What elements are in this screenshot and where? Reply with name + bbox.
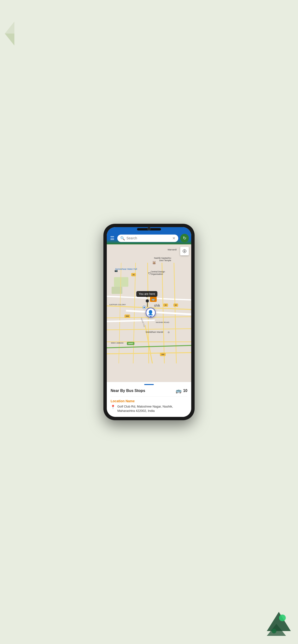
location-section: Location Name 📍 Golf Club Rd, Matoshree … [111,396,187,413]
panel-content: Near By Bus Stops 🚌 10 Location Name 📍 G… [107,386,191,417]
bottom-panel: Near By Bus Stops 🚌 10 Location Name 📍 G… [107,382,191,417]
you-are-here-tooltip: You are here [136,291,158,297]
location-name-label: Location Name [111,399,187,403]
bus-count-icon: 🚌 [176,388,182,394]
location-address-text: Golf Club Rd, Matoshree Nagar, Nashik, M… [117,404,187,413]
drag-handle-area[interactable] [107,382,191,386]
road-badge-ah47: AH47 [127,342,134,345]
road-badge-26: 26 [131,273,136,276]
road-badge-60: 60 [174,304,178,307]
phone-frame: ☰ 🔍 ✕ ↻ [103,224,195,420]
location-pin-marker [146,299,149,307]
refresh-button[interactable]: ↻ [180,234,189,242]
location-pin-icon: 📍 [111,405,115,409]
road-badge-30: 30 [163,304,168,307]
my-location-button[interactable] [180,247,189,256]
bus-marker: 🚌 [150,296,157,302]
drag-handle [144,384,154,385]
svg-marker-0 [267,612,291,631]
location-address-row: 📍 Golf Club Rd, Matoshree Nagar, Nashik,… [111,404,187,413]
svg-point-22 [184,250,185,252]
clear-button[interactable]: ✕ [172,236,175,240]
phone-screen: ☰ 🔍 ✕ ↻ [107,227,191,417]
temple-icon: 🕍 [152,261,156,264]
muktidham-icon: ☸ [168,331,170,334]
svg-point-1 [279,614,286,621]
road-badge-848: 848 [124,314,130,318]
phone-camera [147,227,151,230]
search-input[interactable] [126,236,171,240]
bus-count-section: 🚌 10 [176,388,187,394]
road-badge-160: 160 [160,353,166,356]
panel-title: Near By Bus Stops [111,388,145,393]
svg-point-3 [272,629,276,634]
map-area[interactable]: Warvandi Nashik SaptashruDevi Temple Som… [107,244,191,382]
waterfall-icon: 📷 [114,269,118,272]
central-design-icon: 🛡 [148,272,151,275]
bus-count-number: 10 [183,388,187,393]
gps-dot [143,306,145,308]
search-bar[interactable]: 🔍 ✕ [117,234,178,242]
svg-rect-5 [114,277,128,287]
search-icon: 🔍 [120,236,125,240]
svg-marker-2 [267,624,286,636]
menu-button[interactable]: ☰ [109,234,115,242]
user-location-marker: 👤 [146,308,156,318]
panel-header: Near By Bus Stops 🚌 10 [111,388,187,394]
